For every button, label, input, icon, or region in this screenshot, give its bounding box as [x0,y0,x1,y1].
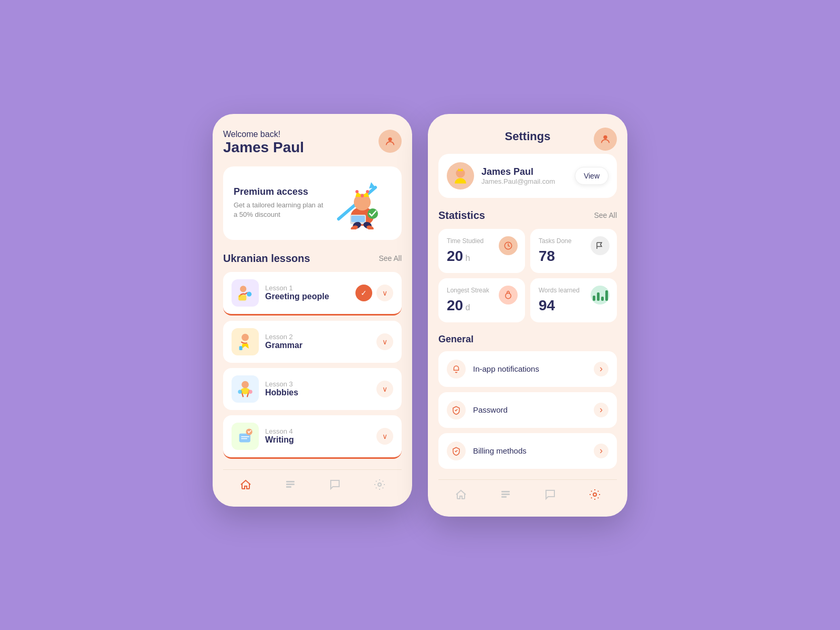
lessons-see-all-button[interactable]: See All [379,254,402,262]
lesson-1-name: Greeting people [265,292,349,301]
svg-point-38 [593,493,596,496]
stat-time-studied: Time Studied 20 h [438,229,525,273]
lesson-3-name: Hobbies [265,388,370,397]
password-label: Password [473,405,586,414]
lesson-4-actions: ∨ [376,428,393,445]
settings-icon [373,478,386,491]
right-nav-list-button[interactable] [499,488,512,501]
home-icon [239,478,252,491]
lessons-title: Ukranian lessons [223,253,310,265]
svg-rect-18 [239,346,243,350]
nav-home-button[interactable] [239,478,252,491]
settings-avatar-button[interactable] [594,128,617,151]
notifications-item[interactable]: In-app notifications › [438,351,617,387]
svg-point-5 [361,194,364,197]
lesson-4-name: Writing [265,435,370,445]
right-nav-chat-button[interactable] [544,488,556,501]
nav-chat-button[interactable] [329,478,341,491]
lesson-4-chevron-button[interactable]: ∨ [376,428,393,445]
svg-point-16 [247,291,251,296]
lesson-3-chevron-button[interactable]: ∨ [376,381,393,397]
settings-header: Settings [438,130,617,143]
lesson-1-check-button[interactable]: ✓ [355,285,372,301]
right-list-icon [499,488,512,501]
profile-avatar-icon [451,166,470,185]
user-icon [384,135,396,147]
welcome-block: Welcome back! James Paul [223,130,304,156]
screens-container: Welcome back! James Paul Premium access … [213,114,627,517]
right-nav-settings-button[interactable] [589,488,601,501]
lesson-card-3[interactable]: Lesson 3 Hobbies ∨ [223,368,402,410]
profile-avatar [447,162,474,190]
right-settings-icon [589,488,601,501]
settings-title: Settings [505,130,551,143]
lessons-section-header: Ukranian lessons See All [223,253,402,265]
user-name: James Paul [223,139,304,156]
right-bottom-nav [438,479,617,501]
password-chevron: › [594,403,608,417]
nav-list-button[interactable] [284,478,297,491]
svg-rect-29 [286,486,291,488]
flag-icon [595,241,605,250]
stats-see-all-button[interactable]: See All [594,211,617,219]
svg-point-19 [242,381,249,388]
svg-rect-37 [501,496,507,498]
lesson-1-icon [235,283,255,303]
shield-billing-icon [452,446,461,456]
lesson-2-chevron-button[interactable]: ∨ [376,333,393,350]
billing-icon-bg [447,442,466,460]
svg-marker-1 [369,182,375,188]
lesson-2-icon [235,332,255,352]
stat-streak-icon [499,286,518,304]
password-item[interactable]: Password › [438,392,617,428]
statistics-section: Statistics See All Time Studied 20 h [438,209,617,322]
king-illustration [328,177,391,229]
right-nav-home-button[interactable] [455,488,467,501]
svg-point-22 [248,390,253,394]
stat-words: Words learned 94 [530,278,617,322]
lesson-1-actions: ✓ ∨ [355,285,393,301]
password-icon-bg [447,401,466,419]
avatar-button[interactable] [379,130,402,153]
bar-1 [593,296,595,301]
bell-icon [452,364,461,374]
stat-time-unit: h [463,254,470,262]
stat-tasks-done: Tasks Done 78 [530,229,617,273]
stats-section-header: Statistics See All [438,209,617,222]
svg-rect-35 [501,491,510,492]
stat-streak: Longest Streak 20 d [438,278,525,322]
lesson-thumb-1 [232,279,259,307]
left-header: Welcome back! James Paul [223,130,402,156]
svg-rect-15 [238,295,246,300]
premium-text: Premium access Get a tailored learning p… [234,186,328,219]
svg-point-21 [238,390,242,394]
left-phone: Welcome back! James Paul Premium access … [213,114,412,507]
view-profile-button[interactable]: View [575,167,608,185]
bar-4 [605,290,608,301]
lesson-info-3: Lesson 3 Hobbies [265,380,370,397]
notifications-label: In-app notifications [473,364,586,373]
medal-icon [503,290,513,300]
stat-streak-unit: d [463,303,470,312]
lesson-2-num: Lesson 2 [265,333,370,341]
svg-point-30 [378,483,381,486]
nav-settings-button[interactable] [373,478,386,491]
welcome-text: Welcome back! [223,130,304,139]
svg-point-20 [240,387,250,394]
svg-rect-28 [286,484,295,485]
lesson-1-num: Lesson 1 [265,284,349,292]
lesson-card-2[interactable]: Lesson 2 Grammar ∨ [223,321,402,363]
right-chat-icon [544,488,556,501]
svg-rect-36 [501,494,510,495]
lesson-info-2: Lesson 2 Grammar [265,333,370,350]
lesson-card-4[interactable]: Lesson 4 Writing ∨ [223,415,402,459]
lesson-1-chevron-button[interactable]: ∨ [376,285,393,301]
svg-point-17 [242,333,249,341]
lesson-info-4: Lesson 4 Writing [265,427,370,445]
lesson-card-1[interactable]: Lesson 1 Greeting people ✓ ∨ [223,272,402,316]
svg-point-14 [240,286,246,292]
bar-chart [593,289,608,301]
premium-card[interactable]: Premium access Get a tailored learning p… [223,166,402,240]
premium-subtitle: Get a tailored learning plan at a 50% di… [234,201,328,219]
billing-item[interactable]: Billing methods › [438,433,617,469]
